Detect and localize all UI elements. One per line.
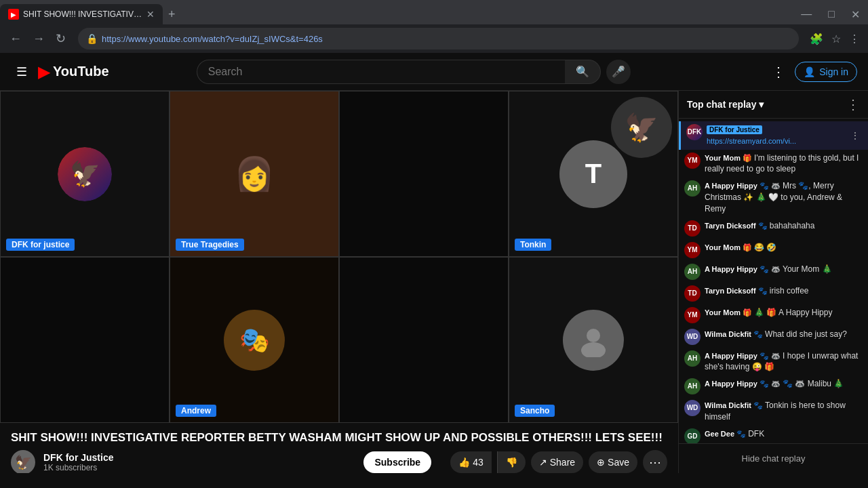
url-bar[interactable]: 🔒 https://www.youtube.com/watch?v=duIZj_… bbox=[78, 28, 799, 49]
like-icon: 👍 bbox=[458, 457, 470, 468]
tonkin-name-label: Tonkin bbox=[515, 239, 551, 251]
active-tab[interactable]: ▶ SHIT SHOW!!! INVESTIGATIVE R... ✕ bbox=[0, 4, 163, 24]
msg-author-6: A Happy Hippy 🐾 🦝 bbox=[705, 265, 783, 273]
save-button[interactable]: ⊕ Save bbox=[589, 451, 637, 473]
video-actions: 👍 43 👎 ↗ Share ⊕ Save ⋯ bbox=[450, 450, 667, 473]
search-bar: 🔍 🎤 bbox=[197, 60, 631, 84]
new-tab-button[interactable]: + bbox=[163, 7, 181, 22]
chat-message-9: WD Wilma Dickfit 🐾 What did she just say… bbox=[679, 326, 868, 348]
tab-close-button[interactable]: ✕ bbox=[146, 9, 155, 20]
msg-link-1[interactable]: https://streamyard.com/vi... bbox=[707, 137, 796, 145]
andrew-avatar: 🎭 bbox=[224, 310, 285, 371]
hamburger-menu-button[interactable]: ☰ bbox=[11, 59, 33, 85]
msg-badge-1: DFK for Justice bbox=[707, 125, 762, 134]
tab-title: SHIT SHOW!!! INVESTIGATIVE R... bbox=[23, 9, 142, 19]
chat-message-3: AH A Happy Hippy 🐾 🦝 Mrs 🐾, Merry Christ… bbox=[679, 178, 868, 217]
more-options-button[interactable]: ⋮ bbox=[768, 60, 789, 84]
video-title: SHIT SHOW!!! INVESTIGATIVE REPORTER BETT… bbox=[11, 431, 667, 445]
chat-messages: DFK DFK for Justice https://streamyard.c… bbox=[679, 119, 868, 443]
msg-author-4: Taryn Dicksoff 🐾 bbox=[705, 222, 770, 230]
msg-avatar-3: AH bbox=[684, 180, 701, 197]
chat-title-button[interactable]: Top chat replay ▾ bbox=[687, 99, 764, 110]
eagle-overlay: 🦅 bbox=[611, 97, 672, 158]
youtube-logo[interactable]: ▶ YouTube bbox=[38, 62, 109, 81]
chat-message-7: TD Taryn Dicksoff 🐾 irish coffee bbox=[679, 283, 868, 304]
bookmark-button[interactable]: ☆ bbox=[829, 30, 844, 48]
msg-avatar-5: YM bbox=[684, 242, 701, 258]
like-button[interactable]: 👍 43 bbox=[450, 451, 492, 473]
msg-text-11: 🐾 🦝 Malibu 🎄 bbox=[783, 379, 844, 388]
msg-text-4: bahahahaha bbox=[770, 221, 815, 230]
more-actions-button[interactable]: ⋯ bbox=[643, 450, 667, 473]
msg-avatar-10: AH bbox=[684, 350, 701, 367]
participant-empty-3 bbox=[339, 257, 509, 423]
msg-text-5: 😂 🤣 bbox=[754, 243, 776, 252]
nav-bar: ← → ↻ 🔒 https://www.youtube.com/watch?v=… bbox=[0, 24, 868, 53]
hide-chat-button[interactable]: Hide chat replay bbox=[684, 449, 863, 468]
window-minimize-button[interactable]: — bbox=[793, 2, 820, 26]
signin-icon: 👤 bbox=[804, 66, 815, 77]
msg-avatar-8: YM bbox=[684, 307, 701, 323]
msg-content-4: Taryn Dicksoff 🐾 bahahahaha bbox=[705, 220, 863, 237]
msg-avatar-2: YM bbox=[684, 152, 701, 169]
chat-footer: Hide chat replay bbox=[679, 443, 868, 473]
video-info: SHIT SHOW!!! INVESTIGATIVE REPORTER BETT… bbox=[0, 423, 678, 473]
more-button[interactable]: ⋮ bbox=[846, 30, 863, 48]
voice-search-button[interactable]: 🎤 bbox=[606, 60, 631, 84]
msg-avatar-13: GD bbox=[684, 428, 701, 443]
participants-grid: 🦅 DFK for justice 👩 True Tragedies bbox=[0, 91, 678, 423]
msg-avatar-12: WD bbox=[684, 400, 701, 416]
refresh-button[interactable]: ↻ bbox=[52, 27, 70, 50]
video-section: 🦅 DFK for justice 👩 True Tragedies bbox=[0, 91, 678, 473]
chat-message-1: DFK DFK for Justice https://streamyard.c… bbox=[679, 121, 868, 150]
share-button[interactable]: ↗ Share bbox=[531, 451, 583, 473]
msg-content-12: Wilma Dickfit 🐾 Tonkin is here to show h… bbox=[705, 400, 863, 423]
dislike-button[interactable]: 👎 bbox=[497, 451, 526, 473]
dfk-name-label: DFK for justice bbox=[6, 239, 75, 251]
participant-sancho: Sancho bbox=[509, 257, 678, 423]
msg-author-13: Gee Dee 🐾 bbox=[705, 430, 748, 438]
chat-message-4: TD Taryn Dicksoff 🐾 bahahahaha bbox=[679, 218, 868, 239]
sign-in-button[interactable]: 👤 Sign in bbox=[795, 62, 857, 82]
forward-button[interactable]: → bbox=[28, 28, 49, 50]
msg-content-3: A Happy Hippy 🐾 🦝 Mrs 🐾, Merry Christmas… bbox=[705, 180, 863, 214]
chat-header: Top chat replay ▾ ⋮ bbox=[679, 91, 868, 119]
search-input[interactable] bbox=[197, 60, 565, 84]
msg-author-2: Your Mom 🎁 bbox=[705, 154, 754, 162]
search-button[interactable]: 🔍 bbox=[565, 60, 601, 84]
tonkin-avatar: T bbox=[559, 140, 627, 208]
msg-content-13: Gee Dee 🐾 DFK bbox=[705, 428, 863, 443]
msg-author-12: Wilma Dickfit 🐾 bbox=[705, 401, 765, 409]
chat-panel: Top chat replay ▾ ⋮ DFK DFK for Justice … bbox=[678, 91, 868, 473]
msg-avatar-11: AH bbox=[684, 378, 701, 394]
msg-content-8: Your Mom 🎁 🎄 🎁 A Happy Hippy bbox=[705, 307, 863, 323]
participant-empty-2 bbox=[0, 257, 170, 423]
msg-author-11: A Happy Hippy 🐾 🦝 bbox=[705, 380, 783, 388]
chat-message-5: YM Your Mom 🎁 😂 🤣 bbox=[679, 239, 868, 261]
msg-text-6: Your Mom 🎄 bbox=[783, 264, 832, 274]
back-button[interactable]: ← bbox=[5, 28, 26, 50]
video-player-inner: 🦅 DFK for justice 👩 True Tragedies bbox=[0, 91, 678, 423]
signin-label: Sign in bbox=[819, 66, 848, 77]
chat-chevron-icon: ▾ bbox=[759, 99, 764, 110]
channel-subs: 1K subscribers bbox=[43, 463, 355, 472]
msg-text-8: 🎄 🎁 A Happy Hippy bbox=[754, 308, 832, 317]
subscribe-button[interactable]: Subscribe bbox=[363, 451, 431, 473]
msg-author-9: Wilma Dickfit 🐾 bbox=[705, 330, 765, 338]
chat-message-11: AH A Happy Hippy 🐾 🦝 🐾 🦝 Malibu 🎄 bbox=[679, 375, 868, 397]
channel-avatar: 🦅 bbox=[11, 450, 35, 473]
window-maximize-button[interactable]: □ bbox=[820, 2, 843, 26]
share-icon: ↗ bbox=[539, 457, 547, 468]
msg-more-button-1[interactable]: ⋮ bbox=[848, 124, 863, 147]
chat-more-button[interactable]: ⋮ bbox=[846, 96, 860, 113]
channel-name: DFK for Justice bbox=[43, 452, 355, 463]
msg-content-10: A Happy Hippy 🐾 🦝 I hope I unwrap what s… bbox=[705, 350, 863, 373]
chat-message-2: YM Your Mom 🎁 I'm listening to this gold… bbox=[679, 150, 868, 178]
participant-true-tragedies: 👩 True Tragedies bbox=[170, 91, 339, 257]
msg-author-5: Your Mom 🎁 bbox=[705, 243, 754, 251]
youtube-header: ☰ ▶ YouTube 🔍 🎤 ⋮ 👤 Sign in bbox=[0, 53, 868, 91]
window-close-button[interactable]: ✕ bbox=[843, 2, 868, 26]
true-tragedies-name-label: True Tragedies bbox=[176, 239, 244, 251]
video-player[interactable]: 🦅 DFK for justice 👩 True Tragedies bbox=[0, 91, 678, 423]
extensions-button[interactable]: 🧩 bbox=[807, 30, 826, 48]
